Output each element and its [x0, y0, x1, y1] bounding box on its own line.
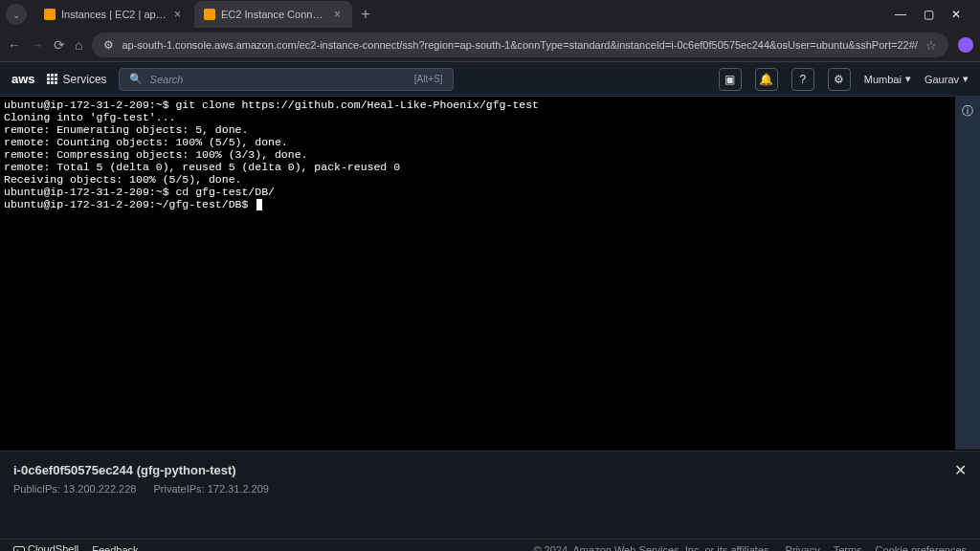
nav-bar: ← → ⟳ ⌂ ⚙ ap-south-1.console.aws.amazon.…: [0, 29, 980, 61]
terminal-line: remote: Compressing objects: 100% (3/3),…: [4, 148, 307, 161]
site-settings-icon[interactable]: ⚙: [103, 38, 114, 52]
terminal-line: ubuntu@ip-172-31-2-209:~/gfg-test/DB$: [4, 198, 255, 210]
instance-info-panel: i-0c6ef0f50575ec244 (gfg-python-test) Pu…: [0, 451, 980, 539]
toolbar-icons: 🧩 ◧ ⋮: [958, 36, 980, 54]
tab-bar: ⌄ Instances | EC2 | ap-south-1 × EC2 Ins…: [0, 0, 980, 29]
privacy-link[interactable]: Privacy: [786, 544, 820, 552]
maximize-icon[interactable]: ▢: [924, 8, 934, 21]
bookmark-icon[interactable]: ☆: [925, 38, 937, 53]
browser-chrome: ⌄ Instances | EC2 | ap-south-1 × EC2 Ins…: [0, 0, 980, 62]
account-label: Gaurav: [924, 74, 959, 85]
cursor: [256, 199, 262, 210]
terminal-line: Cloning into 'gfg-test'...: [4, 111, 175, 123]
tab-title: EC2 Instance Connect | ap-sout: [221, 9, 326, 20]
services-button[interactable]: Services: [47, 73, 107, 86]
terminal-line: Receiving objects: 100% (5/5), done.: [4, 173, 241, 186]
terminal-line: remote: Enumerating objects: 5, done.: [4, 123, 248, 136]
chevron-down-icon: ▾: [905, 73, 911, 85]
services-label: Services: [63, 73, 107, 86]
aws-favicon-icon: [44, 9, 56, 20]
account-selector[interactable]: Gaurav ▾: [924, 73, 969, 85]
right-rail[interactable]: ⓘ: [955, 96, 980, 450]
close-icon[interactable]: ✕: [951, 8, 961, 21]
chevron-down-icon: ▾: [963, 73, 969, 85]
url-text: ap-south-1.console.aws.amazon.com/ec2-in…: [122, 39, 917, 51]
close-icon[interactable]: ×: [172, 8, 183, 21]
terminal-line: remote: Counting objects: 100% (5/5), do…: [4, 136, 288, 148]
terminal-line: ubuntu@ip-172-31-2-209:~$ git clone http…: [4, 99, 539, 111]
cookies-link[interactable]: Cookie preferences: [876, 544, 967, 552]
region-label: Mumbai: [864, 74, 902, 85]
info-icon[interactable]: ⓘ: [962, 103, 973, 450]
cloudshell-link[interactable]: ›_ CloudShell: [13, 543, 78, 551]
new-tab-button[interactable]: +: [354, 3, 377, 26]
window-controls: — ▢ ✕: [881, 8, 974, 21]
minimize-icon[interactable]: —: [895, 8, 906, 21]
copyright: © 2024, Amazon Web Services, Inc. or its…: [533, 544, 771, 552]
notifications-button[interactable]: 🔔: [755, 68, 778, 91]
public-ips: PublicIPs: 13.200.222.228: [13, 483, 136, 495]
settings-button[interactable]: ⚙: [828, 68, 851, 91]
close-icon[interactable]: ×: [332, 8, 343, 21]
cloudshell-button[interactable]: ▣: [719, 68, 742, 91]
browser-tab-0[interactable]: Instances | EC2 | ap-south-1 ×: [34, 1, 192, 28]
close-panel-button[interactable]: ✕: [954, 461, 967, 479]
terms-link[interactable]: Terms: [834, 544, 862, 552]
back-icon[interactable]: ←: [8, 37, 21, 53]
terminal-line: ubuntu@ip-172-31-2-209:~$ cd gfg-test/DB…: [4, 186, 275, 198]
search-kbd: [Alt+S]: [414, 74, 443, 84]
private-ips: PrivateIPs: 172.31.2.209: [153, 483, 268, 495]
search-input[interactable]: 🔍 Search [Alt+S]: [119, 68, 454, 91]
address-bar[interactable]: ⚙ ap-south-1.console.aws.amazon.com/ec2-…: [92, 33, 947, 57]
terminal-line: remote: Total 5 (delta 0), reused 5 (del…: [4, 161, 400, 173]
search-icon: 🔍: [129, 73, 143, 85]
aws-logo[interactable]: aws: [11, 72, 35, 86]
footer: ›_ CloudShell Feedback © 2024, Amazon We…: [0, 539, 980, 551]
cloudshell-icon: ›_: [13, 546, 25, 551]
aws-favicon-icon: [204, 9, 215, 20]
instance-title: i-0c6ef0f50575ec244 (gfg-python-test): [13, 463, 967, 477]
footer-left: ›_ CloudShell Feedback: [13, 543, 139, 551]
home-icon[interactable]: ⌂: [75, 37, 82, 53]
tab-list-dropdown[interactable]: ⌄: [6, 4, 27, 25]
footer-right: © 2024, Amazon Web Services, Inc. or its…: [533, 544, 967, 552]
forward-icon[interactable]: →: [31, 37, 44, 53]
terminal[interactable]: ubuntu@ip-172-31-2-209:~$ git clone http…: [0, 97, 980, 451]
reload-icon[interactable]: ⟳: [54, 37, 65, 53]
tab-title: Instances | EC2 | ap-south-1: [61, 9, 167, 20]
search-placeholder: Search: [150, 74, 407, 85]
browser-tab-1[interactable]: EC2 Instance Connect | ap-sout ×: [194, 1, 352, 28]
feedback-link[interactable]: Feedback: [92, 544, 138, 552]
aws-header: aws Services 🔍 Search [Alt+S] ▣ 🔔 ? ⚙ Mu…: [0, 62, 980, 97]
aws-header-right: ▣ 🔔 ? ⚙ Mumbai ▾ Gaurav ▾: [719, 68, 969, 91]
ip-row: PublicIPs: 13.200.222.228 PrivateIPs: 17…: [13, 483, 967, 495]
extension-icon[interactable]: [958, 37, 973, 53]
grid-icon: [47, 74, 57, 84]
region-selector[interactable]: Mumbai ▾: [864, 73, 911, 85]
help-button[interactable]: ?: [791, 68, 814, 91]
